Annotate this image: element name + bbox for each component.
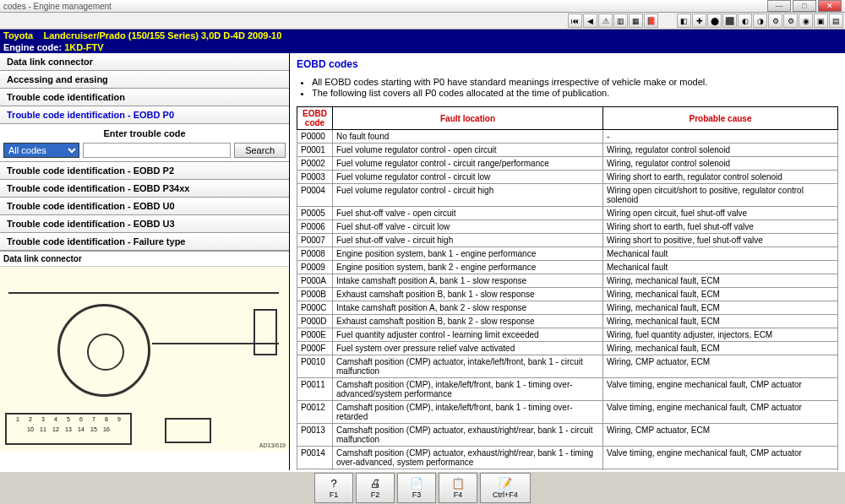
nav-item[interactable]: Accessing and erasing	[0, 71, 289, 89]
table-row[interactable]: P000BExhaust camshaft position B, bank 1…	[297, 288, 838, 301]
tool-icon-6[interactable]: ◑	[753, 14, 767, 28]
fkey-ctrl-f4[interactable]: 📝Ctrl+F4	[480, 473, 531, 503]
diagram-area: Data link connector 12345678910111213141…	[0, 251, 289, 480]
nav-item[interactable]: Trouble code identification - EOBD P2	[0, 162, 289, 180]
search-button[interactable]: Search	[234, 143, 286, 158]
fkey-label: F3	[412, 490, 422, 499]
steering-wheel-icon	[57, 304, 150, 397]
tool-icon-10[interactable]: ▣	[814, 14, 828, 28]
table-row[interactable]: P0009Engine position system, bank 2 - en…	[297, 261, 838, 274]
codes-table: EOBD codeFault locationProbable cause P0…	[297, 106, 838, 480]
table-cell: Fuel system over pressure relief valve a…	[333, 342, 603, 355]
table-header: EOBD code	[297, 107, 333, 130]
tool-icon-5[interactable]: ◐	[738, 14, 752, 28]
search-input[interactable]	[83, 143, 231, 158]
tool-icon-11[interactable]: ▤	[829, 14, 843, 28]
table-row[interactable]: P0006Fuel shut-off valve - circuit lowWi…	[297, 220, 838, 234]
table-cell: Exhaust camshaft position B, bank 1 - sl…	[333, 288, 603, 301]
vehicle-make: Toyota	[3, 30, 33, 41]
table-header: Fault location	[333, 107, 603, 130]
search-section: Enter trouble code All codes Search	[0, 124, 289, 162]
tool-icon-8[interactable]: ⚙	[783, 14, 798, 28]
fkey-icon: 📝	[499, 477, 512, 490]
table-cell: P0011	[297, 378, 333, 401]
maximize-button[interactable]: □	[793, 0, 816, 12]
table-cell: No fault found	[333, 130, 603, 144]
table-row[interactable]: P0004Fuel volume regulator control - cir…	[297, 184, 838, 207]
table-cell: Camshaft position (CMP), intake/left/fro…	[333, 378, 603, 401]
tool-icon-7[interactable]: ⚙	[768, 14, 782, 28]
table-row[interactable]: P0000No fault found-	[297, 130, 838, 144]
table-row[interactable]: P0007Fuel shut-off valve - circuit highW…	[297, 234, 838, 247]
engine-code: 1KD-FTV	[64, 42, 103, 52]
table-row[interactable]: P0008Engine position system, bank 1 - en…	[297, 247, 838, 261]
tool-icon-1[interactable]: ◧	[677, 14, 691, 28]
table-cell: Valve timing, engine mechanical fault, C…	[603, 378, 838, 401]
table-row[interactable]: P000AIntake camshaft position A, bank 1 …	[297, 274, 838, 288]
book-icon[interactable]: 📕	[644, 14, 658, 28]
table-cell: P0005	[297, 207, 333, 220]
tool-icon-9[interactable]: ◉	[799, 14, 813, 28]
table-cell: P0000	[297, 130, 333, 144]
tool-icon-2[interactable]: ✚	[692, 14, 706, 28]
engine-label: Engine code:	[3, 42, 62, 52]
table-cell: Fuel volume regulator control - open cir…	[333, 144, 603, 157]
search-label: Enter trouble code	[2, 126, 287, 141]
table-row[interactable]: P000EFuel quantity adjuster control - le…	[297, 328, 838, 342]
table-cell: Wiring open circuit/short to positive, r…	[603, 184, 838, 207]
table-row[interactable]: P0002Fuel volume regulator control - cir…	[297, 157, 838, 171]
folder-icon[interactable]: ▦	[629, 14, 643, 28]
close-button[interactable]: ✕	[818, 0, 842, 12]
nav-item[interactable]: Data link connector	[0, 53, 289, 71]
table-row[interactable]: P0014Camshaft position (CMP) actuator, e…	[297, 447, 838, 469]
table-cell: Valve timing, engine mechanical fault, C…	[603, 401, 838, 424]
table-row[interactable]: P0013Camshaft position (CMP) actuator, e…	[297, 424, 838, 447]
doc-icon[interactable]: ▥	[613, 14, 628, 28]
table-row[interactable]: P0010Camshaft position (CMP) actuator, i…	[297, 355, 838, 378]
table-cell: Fuel volume regulator control - circuit …	[333, 157, 603, 171]
fkey-label: Ctrl+F4	[493, 490, 518, 499]
table-row[interactable]: P0005Fuel shut-off valve - open circuitW…	[297, 207, 838, 220]
right-panel[interactable]: EOBD codes All EOBD codes starting with …	[290, 53, 845, 480]
table-cell: P0012	[297, 401, 333, 424]
codes-notes: All EOBD codes starting with P0 have sta…	[312, 77, 838, 98]
table-row[interactable]: P000CIntake camshaft position A, bank 2 …	[297, 301, 838, 315]
titlebar: codes - Engine management — □ ✕	[0, 0, 845, 13]
table-cell: P000B	[297, 288, 333, 301]
table-cell: P0014	[297, 447, 333, 469]
tool-icon-3[interactable]: ⬤	[707, 14, 722, 28]
nav-item[interactable]: Trouble code identification - EOBD P34xx	[0, 180, 289, 198]
table-header: Probable cause	[603, 107, 838, 130]
tool-icon-4[interactable]: ⬛	[722, 14, 737, 28]
table-row[interactable]: P000FFuel system over pressure relief va…	[297, 342, 838, 355]
nav-item[interactable]: Trouble code identification - EOBD P0	[0, 106, 289, 124]
nav-item[interactable]: Trouble code identification - Failure ty…	[0, 233, 289, 251]
fkey-icon: ?	[330, 477, 336, 490]
table-cell: Camshaft position (CMP) actuator, exhaus…	[333, 424, 603, 447]
table-row[interactable]: P0003Fuel volume regulator control - cir…	[297, 171, 838, 184]
minimize-button[interactable]: —	[767, 0, 791, 12]
nav-item[interactable]: Trouble code identification - EOBD U3	[0, 215, 289, 233]
fkey-label: F4	[454, 490, 463, 499]
fkey-f4[interactable]: 📋F4	[439, 473, 477, 503]
fkey-f3[interactable]: 📄F3	[397, 473, 436, 503]
table-row[interactable]: P0011Camshaft position (CMP), intake/lef…	[297, 378, 838, 401]
table-cell: Camshaft position (CMP), intake/left/fro…	[333, 401, 603, 424]
table-cell: Wiring, regulator control solenoid	[603, 157, 838, 171]
nav-item[interactable]: Trouble code identification - EOBD U0	[0, 198, 289, 215]
table-cell: P0006	[297, 220, 333, 234]
table-cell: P0013	[297, 424, 333, 447]
table-row[interactable]: P0012Camshaft position (CMP), intake/lef…	[297, 401, 838, 424]
fkey-f2[interactable]: 🖨F2	[356, 473, 395, 503]
nav-item[interactable]: Trouble code identification	[0, 89, 289, 106]
table-cell: Mechanical fault	[603, 247, 838, 261]
nav-prev-icon[interactable]: ◀	[583, 14, 597, 28]
warning-icon[interactable]: ⚠	[598, 14, 613, 28]
table-row[interactable]: P0001Fuel volume regulator control - ope…	[297, 144, 838, 157]
dash-line	[8, 292, 279, 294]
nav-first-icon[interactable]: ⏮	[568, 14, 582, 28]
code-filter-select[interactable]: All codes	[3, 143, 79, 158]
table-row[interactable]: P000DExhaust camshaft position B, bank 2…	[297, 315, 838, 328]
fkey-f1[interactable]: ?F1	[314, 473, 353, 503]
table-cell: Exhaust camshaft position B, bank 2 - sl…	[333, 315, 603, 328]
